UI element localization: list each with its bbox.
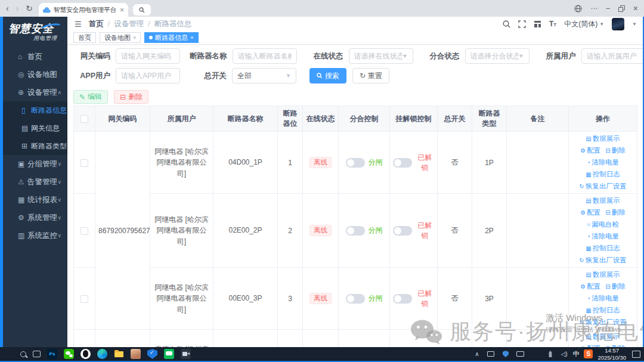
sidebar-item-alarm-mgmt[interactable]: ⚠告警管理∨ xyxy=(0,173,67,191)
lock-toggle[interactable] xyxy=(393,226,412,236)
action-link-数据展示[interactable]: ▤数据展示 xyxy=(586,196,620,205)
tray-display-icon[interactable] xyxy=(515,349,525,359)
breadcrumb-item[interactable]: 断路器信息 xyxy=(154,19,192,29)
sidebar-item-report[interactable]: ▦统计报表∨ xyxy=(0,191,67,209)
row-checkbox[interactable] xyxy=(80,159,88,167)
lock-toggle[interactable] xyxy=(393,294,412,304)
file-explorer-icon[interactable] xyxy=(114,349,124,359)
globe-icon[interactable] xyxy=(574,5,582,13)
action-link-恢复出厂设置[interactable]: ↻恢复出厂设置 xyxy=(579,182,626,191)
search-icon[interactable] xyxy=(503,20,510,28)
owner-user-input[interactable] xyxy=(581,48,644,64)
breaker-name-input[interactable] xyxy=(233,48,297,64)
tag-close-icon[interactable]: × xyxy=(190,35,193,41)
row-checkbox[interactable] xyxy=(80,295,88,303)
camera-app-icon[interactable] xyxy=(181,349,191,359)
close-window-icon[interactable]: × xyxy=(633,4,638,13)
tray-usb-icon[interactable] xyxy=(545,349,555,359)
fullscreen-icon[interactable] xyxy=(518,20,526,28)
action-link-数据展示[interactable]: ▤数据展示 xyxy=(586,134,620,143)
taskbar-clock[interactable]: 14:57 2025/10/30 xyxy=(597,347,626,361)
browser-tab[interactable]: 智慧安全用电管理平台 × xyxy=(39,3,128,17)
action-link-配置[interactable]: ⚙配置 xyxy=(580,208,600,217)
ime-icon[interactable]: 中 xyxy=(572,349,579,358)
action-link-清除电量[interactable]: ◔清除电量 xyxy=(587,158,619,167)
switch-toggle[interactable] xyxy=(346,294,365,304)
delete-button[interactable]: ⊟ 删除 xyxy=(114,90,148,104)
action-link-数据展示[interactable]: ▤数据展示 xyxy=(586,332,620,341)
action-link-漏电自检[interactable]: ○漏电自检 xyxy=(587,220,619,229)
sogou-icon[interactable]: S xyxy=(584,349,593,358)
font-size-icon[interactable]: TT xyxy=(549,20,556,28)
taskbar-search-icon[interactable] xyxy=(20,351,26,357)
action-link-配置[interactable]: ⚙配置 xyxy=(580,282,600,291)
row-checkbox[interactable] xyxy=(80,227,88,235)
sidebar-item-group-mgmt[interactable]: ▣分组管理∨ xyxy=(0,155,67,173)
browser-reload-icon[interactable]: ↻ xyxy=(26,4,33,13)
gateway-code-input[interactable] xyxy=(116,48,180,64)
qq-icon[interactable] xyxy=(80,349,91,359)
tab-断路器信息[interactable]: 断路器信息× xyxy=(144,32,198,43)
browser-menu-icon[interactable]: ⋯ xyxy=(590,4,597,13)
switch-toggle[interactable] xyxy=(346,226,365,236)
edit-button[interactable]: ✎ 编辑 xyxy=(73,90,108,104)
action-link-清除电量[interactable]: ◔清除电量 xyxy=(587,232,619,241)
wechat-icon[interactable] xyxy=(64,349,74,359)
tab-首页[interactable]: 首页 xyxy=(73,32,96,43)
select-all-checkbox[interactable] xyxy=(80,115,88,123)
sidebar-item-system-mgmt[interactable]: ⚙系统管理∨ xyxy=(0,209,67,227)
task-view-icon[interactable] xyxy=(33,351,41,357)
sidebar-item-home[interactable]: ⌂首页 xyxy=(0,48,67,66)
tag-close-icon[interactable]: × xyxy=(133,35,136,41)
browser-search-icon[interactable] xyxy=(133,4,151,16)
search-button[interactable]: 搜索 xyxy=(309,68,346,83)
action-link-恢复出厂设置[interactable]: ↻恢复出厂设置 xyxy=(579,256,626,265)
browser-forward-icon[interactable]: › xyxy=(16,4,19,13)
action-link-恢复出厂设置[interactable]: ↻恢复出厂设置 xyxy=(579,318,626,327)
breadcrumb-item[interactable]: 设备管理 xyxy=(114,19,144,29)
sidebar-item-gateway-info[interactable]: ▤网关信息 xyxy=(0,119,67,137)
start-icon[interactable] xyxy=(4,349,14,359)
action-link-控制日志[interactable]: ▦控制日志 xyxy=(586,244,620,253)
switch-status-select[interactable]: 请选择分合状态阶段▼ xyxy=(465,48,530,64)
tray-shield-icon[interactable] xyxy=(500,349,510,359)
action-link-配置[interactable]: ⚙配置 xyxy=(580,146,600,155)
collapse-menu-icon[interactable]: ☰ xyxy=(75,20,82,29)
photoshop-icon[interactable]: Ps xyxy=(47,349,57,359)
avatar-chevron-icon[interactable]: ▼ xyxy=(632,21,637,27)
switch-toggle[interactable] xyxy=(346,158,365,168)
tab-设备地图[interactable]: 设备地图× xyxy=(100,32,141,43)
action-link-控制日志[interactable]: ▦控制日志 xyxy=(586,306,620,315)
sidebar-item-system-monitor[interactable]: ▥系统监控∨ xyxy=(0,227,67,245)
reset-button[interactable]: ↻ 重置 xyxy=(352,68,389,83)
action-link-数据展示[interactable]: ▤数据展示 xyxy=(586,270,620,279)
sidebar-item-breaker-type[interactable]: ⊞断路器类型 xyxy=(0,137,67,155)
main-switch-select[interactable]: 全部▼ xyxy=(232,68,296,83)
messenger-icon[interactable] xyxy=(164,349,174,359)
tray-color-icon[interactable] xyxy=(530,349,540,359)
browser-back-icon[interactable]: ‹ xyxy=(6,4,9,13)
tab-close-icon[interactable]: × xyxy=(120,6,124,14)
action-link-清除电量[interactable]: ◔清除电量 xyxy=(587,294,619,303)
layout-size-icon[interactable] xyxy=(534,20,541,28)
language-selector[interactable]: 中文(简体) ▼ xyxy=(564,19,604,29)
action-link-控制日志[interactable]: ▦控制日志 xyxy=(586,170,620,179)
sidebar-item-breaker-info[interactable]: ▯断路器信息 xyxy=(0,101,67,119)
notification-center-icon[interactable] xyxy=(632,351,640,358)
security-shield-icon[interactable] xyxy=(147,349,157,359)
minimize-icon[interactable]: – xyxy=(606,4,610,13)
action-link-删除[interactable]: ⊟删除 xyxy=(605,146,625,155)
tray-volume-icon[interactable]: ◁) xyxy=(560,351,568,357)
lock-toggle[interactable] xyxy=(393,158,412,168)
contact-app-icon[interactable] xyxy=(131,349,141,359)
app-user-input[interactable] xyxy=(116,68,180,83)
sidebar-item-device-map[interactable]: ◎设备地图 xyxy=(0,66,67,83)
tray-expand-icon[interactable]: ∧ xyxy=(473,351,481,357)
avatar[interactable] xyxy=(612,18,624,30)
action-link-删除[interactable]: ⊟删除 xyxy=(605,282,625,291)
sidebar-item-device-mgmt[interactable]: ⊕设备管理∧ xyxy=(0,83,67,101)
breadcrumb-item[interactable]: 首页 xyxy=(89,19,104,29)
online-status-select[interactable]: 请选择在线状态▼ xyxy=(349,48,413,64)
tray-monitor-icon[interactable] xyxy=(485,349,496,359)
edge-icon[interactable] xyxy=(97,349,107,359)
